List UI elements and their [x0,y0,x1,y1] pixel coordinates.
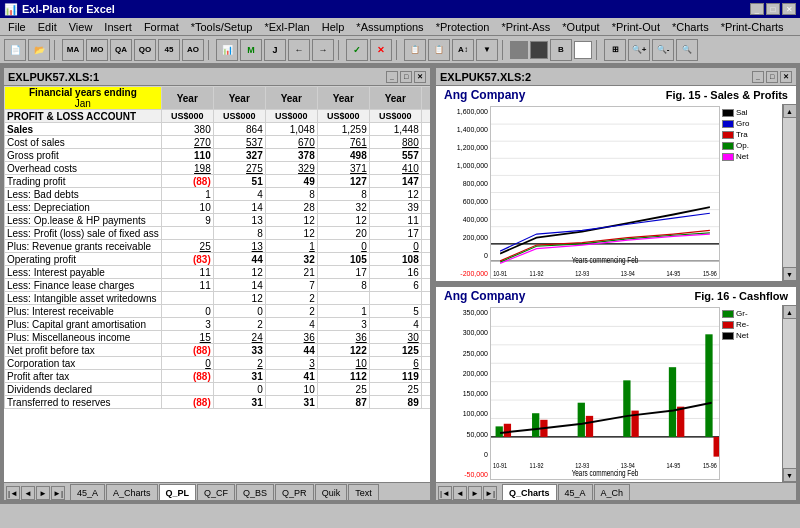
tab-qbs[interactable]: Q_BS [236,484,274,500]
tab-45a[interactable]: 45_A [70,484,105,500]
ma-btn[interactable]: MA [62,39,84,61]
left-panel-maximize[interactable]: □ [400,71,412,83]
grid-btn[interactable]: ⊞ [604,39,626,61]
x-btn[interactable]: ✕ [370,39,392,61]
left-panel-close[interactable]: ✕ [414,71,426,83]
tab-next-btn[interactable]: ► [36,486,50,500]
menu-protection[interactable]: *Protection [430,19,496,35]
sort-btn[interactable]: A↕ [452,39,474,61]
table-row: Less: Intangible asset writedowns 12 2 [5,292,431,305]
menu-print-out[interactable]: *Print-Out [606,19,666,35]
menu-help[interactable]: Help [316,19,351,35]
col-year2: Year [213,87,265,110]
chart1-minimize[interactable]: _ [752,71,764,83]
menu-assumptions[interactable]: *Assumptions [350,19,429,35]
chart1-maximize[interactable]: □ [766,71,778,83]
menu-print-charts[interactable]: *Print-Charts [715,19,790,35]
scroll-down-btn[interactable]: ▼ [783,267,797,281]
tab-qpl[interactable]: Q_PL [159,484,197,500]
chart1-company: Ang Company [444,88,525,102]
menu-output[interactable]: *Output [556,19,605,35]
tab-last-btn[interactable]: ►| [51,486,65,500]
right-tab-prev[interactable]: ◄ [453,486,467,500]
chart1-panel: EXLPUK57.XLS:2 _ □ ✕ Ang Company Fig. 15… [434,66,798,283]
m-btn[interactable]: M [240,39,262,61]
svg-rect-26 [532,413,539,437]
scroll-down-btn2[interactable]: ▼ [783,468,797,482]
menu-exlplan[interactable]: *Exl-Plan [258,19,315,35]
legend-item: Op. [722,141,778,150]
tab-ach[interactable]: A_Ch [594,484,631,500]
right-tab-navigation[interactable]: |◄ ◄ ► ►| [438,486,497,500]
chart1-close[interactable]: ✕ [780,71,792,83]
menu-charts[interactable]: *Charts [666,19,715,35]
new-btn[interactable]: 📄 [4,39,26,61]
zoom-in-btn[interactable]: 🔍+ [628,39,650,61]
y-label: 150,000 [440,390,488,397]
chart-btn[interactable]: 📊 [216,39,238,61]
scroll-up-btn[interactable]: ▲ [783,104,797,118]
currency2: US$000 [213,110,265,123]
check-btn[interactable]: ✓ [346,39,368,61]
zoom-out-btn[interactable]: 🔍- [652,39,674,61]
tab-quik[interactable]: Quik [315,484,348,500]
back-btn[interactable]: ← [288,39,310,61]
bold-btn[interactable]: B [550,39,572,61]
ao-btn[interactable]: AO [182,39,204,61]
filter-btn[interactable]: ▼ [476,39,498,61]
scroll-track[interactable] [783,118,797,267]
svg-text:Years commencing Feb: Years commencing Feb [572,468,639,478]
svg-text:10-91: 10-91 [493,269,507,277]
legend-label: Tra [736,130,748,139]
tab-qpr[interactable]: Q_PR [275,484,314,500]
table-row: Dividends declared 0 10 25 25 35 [5,383,431,396]
legend-color [722,310,734,318]
copy-btn[interactable]: 📋 [404,39,426,61]
qa-btn[interactable]: QA [110,39,132,61]
mo-btn[interactable]: MO [86,39,108,61]
tab-qcf[interactable]: Q_CF [197,484,235,500]
close-btn[interactable]: ✕ [782,3,796,15]
tab-acharts[interactable]: A_Charts [106,484,158,500]
chart2-with-scroll: 350,000 300,000 250,000 200,000 150,000 … [436,305,796,482]
tab-text[interactable]: Text [348,484,379,500]
white-btn[interactable] [574,41,592,59]
qo-btn[interactable]: QO [134,39,156,61]
forward-btn[interactable]: → [312,39,334,61]
scroll-track2[interactable] [783,319,797,468]
scroll-up-btn2[interactable]: ▲ [783,305,797,319]
chart2-company: Ang Company [444,289,525,303]
45-btn[interactable]: 45 [158,39,180,61]
paste-btn[interactable]: 📋 [428,39,450,61]
legend-color [722,321,734,329]
left-panel-minimize[interactable]: _ [386,71,398,83]
tab-qcharts[interactable]: Q_Charts [502,484,557,500]
menu-insert[interactable]: Insert [98,19,138,35]
window-controls[interactable]: _ □ ✕ [750,3,796,15]
menu-file[interactable]: File [2,19,32,35]
open-btn[interactable]: 📂 [28,39,50,61]
fill-btn[interactable] [510,41,528,59]
svg-rect-27 [578,403,585,437]
j-btn[interactable]: J [264,39,286,61]
tab-navigation[interactable]: |◄ ◄ ► ►| [6,486,65,500]
toolbar: 📄 📂 MA MO QA QO 45 AO 📊 M J ← → ✓ ✕ 📋 📋 … [0,36,800,64]
chart2-inner: 350,000 300,000 250,000 200,000 150,000 … [436,305,782,482]
y-label: 300,000 [440,329,488,336]
menu-format[interactable]: Format [138,19,185,35]
tab-prev-btn[interactable]: ◄ [21,486,35,500]
menu-print-ass[interactable]: *Print-Ass [495,19,556,35]
menu-edit[interactable]: Edit [32,19,63,35]
maximize-btn[interactable]: □ [766,3,780,15]
menu-tools[interactable]: *Tools/Setup [185,19,259,35]
zoom-btn2[interactable]: 🔍 [676,39,698,61]
border-btn[interactable] [530,41,548,59]
minimize-btn[interactable]: _ [750,3,764,15]
right-tab-last[interactable]: ►| [483,486,497,500]
menu-view[interactable]: View [63,19,99,35]
right-tab-next[interactable]: ► [468,486,482,500]
tab-first-btn[interactable]: |◄ [6,486,20,500]
tab-45a-right[interactable]: 45_A [558,484,593,500]
y-label: 350,000 [440,309,488,316]
right-tab-first[interactable]: |◄ [438,486,452,500]
